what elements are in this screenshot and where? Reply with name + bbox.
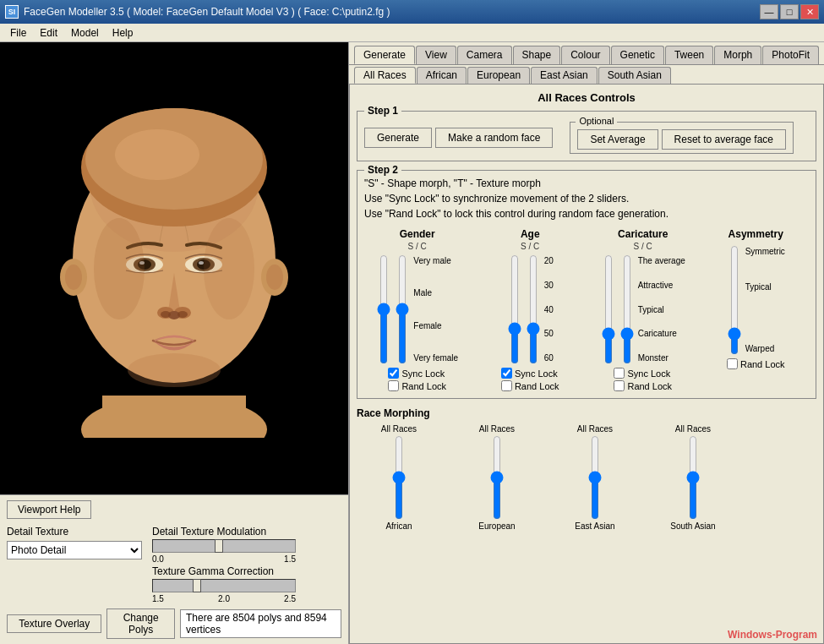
race-slider-1[interactable] [488,435,505,520]
maximize-button[interactable]: □ [780,4,799,19]
sub-tab-bar: All Races African European East Asian So… [349,64,824,84]
gender-sync-lock[interactable] [388,368,399,379]
age-label-2: 40 [544,305,554,314]
window-title: FaceGen Modeller 3.5 ( Model: FaceGen De… [24,6,390,18]
window-controls[interactable]: — □ ✕ [760,4,819,19]
gender-subtitle: S / C [408,242,427,251]
age-subtitle: S / C [521,242,539,251]
step2-info-line2: Use "Sync Lock" to synchronize movement … [364,191,809,206]
tab-view[interactable]: View [416,46,456,64]
caricature-slider-c[interactable] [619,254,635,364]
race-bottom-0: African [385,521,412,531]
step2-box: Step 2 "S" - Shape morph, "T" - Texture … [357,170,816,399]
tab-shape[interactable]: Shape [513,46,561,64]
detail-texture-mod-slider[interactable] [152,539,296,553]
caricature-rand-lock[interactable] [614,380,625,391]
svg-point-25 [128,353,221,387]
caricature-slider-s[interactable] [601,254,616,364]
race-top-3: All Races [675,424,711,434]
watermark: Windows-Program [728,629,817,641]
main-tab-bar: Generate View Camera Shape Colour Geneti… [349,42,824,64]
watermark-prefix: Windows- [728,629,776,641]
app-icon: SI [5,5,19,19]
menu-edit[interactable]: Edit [33,25,64,41]
race-bottom-1: European [478,521,515,531]
gender-slider-s[interactable] [376,254,391,364]
set-average-button[interactable]: Set Average [577,129,658,150]
step1-legend: Step 1 [364,105,401,117]
race-top-1: All Races [479,424,515,434]
caricature-sync-lock[interactable] [614,368,625,379]
age-label-4: 60 [544,353,554,363]
race-slider-all-eastasian: All Races East Asian [553,424,637,531]
sub-tab-african[interactable]: African [417,67,467,84]
caricature-slider-col: Caricature S / C The average Attractive … [590,228,696,391]
race-slider-3[interactable] [685,435,701,520]
race-top-0: All Races [381,424,417,434]
svg-point-19 [161,311,171,318]
right-panel: Generate View Camera Shape Colour Geneti… [348,42,824,644]
age-slider-col: Age S / C 20 30 40 50 60 [477,228,583,391]
age-sync-lock[interactable] [501,368,512,379]
gender-label-3: Very female [413,353,458,363]
age-rand-lock[interactable] [501,380,512,391]
step2-info-line1: "S" - Shape morph, "T" - Texture morph [364,176,809,191]
menu-bar: File Edit Model Help [0,24,824,42]
tab-genetic[interactable]: Genetic [611,46,664,64]
texture-gamma-slider[interactable] [152,579,296,592]
race-slider-0[interactable] [390,435,407,520]
sub-tab-all-races[interactable]: All Races [354,67,416,84]
gender-rand-lock[interactable] [388,380,399,391]
tab-photofit[interactable]: PhotoFit [762,46,819,64]
change-polys-button[interactable]: Change Polys [106,609,175,639]
tab-tween[interactable]: Tween [665,46,713,64]
asymmetry-slider[interactable] [727,245,742,355]
svg-point-20 [177,311,188,318]
generate-button[interactable]: Generate [364,128,432,148]
asymmetry-rand-lock[interactable] [727,358,738,369]
age-label-3: 50 [544,329,554,338]
svg-point-24 [266,265,283,290]
texture-gamma-ticks: 1.5 2.0 2.5 [152,594,296,603]
svg-point-15 [199,261,204,265]
race-morphing-section: Race Morphing All Races African All Race… [357,407,816,531]
svg-point-27 [204,218,254,319]
race-sliders-row: All Races African All Races European All… [357,424,816,531]
tab-colour[interactable]: Colour [561,46,609,64]
reset-average-button[interactable]: Reset to average face [662,129,786,150]
asymmetry-label-3: Warped [745,344,785,353]
menu-file[interactable]: File [3,25,33,41]
asymmetry-title: Asymmetry [729,228,783,240]
svg-point-22 [65,265,82,290]
asymmetry-label-0: Symmetric [745,247,785,256]
caricature-subtitle: S / C [634,242,652,251]
race-bottom-2: East Asian [575,521,614,531]
close-button[interactable]: ✕ [800,4,819,19]
sub-tab-european[interactable]: European [467,67,530,84]
race-morphing-title: Race Morphing [357,407,816,419]
face-render [35,100,314,438]
detail-texture-dropdown[interactable]: Photo Detail Texture Overlay [7,541,142,559]
gender-slider-c[interactable] [395,254,410,364]
race-slider-2[interactable] [587,435,603,520]
random-face-button[interactable]: Make a random face [435,128,553,148]
caricature-label-4: Monster [638,353,685,363]
step2-info: "S" - Shape morph, "T" - Texture morph U… [364,176,809,221]
caricature-label-0: The average [638,256,685,265]
tab-camera[interactable]: Camera [457,46,512,64]
minimize-button[interactable]: — [760,4,778,19]
menu-model[interactable]: Model [64,25,106,41]
age-slider-c[interactable] [526,254,541,364]
asymmetry-label-1: Typical [745,282,785,292]
asymmetry-slider-col: Asymmetry Symmetric Typical Warped [702,228,809,391]
menu-help[interactable]: Help [106,25,140,41]
sub-tab-east-asian[interactable]: East Asian [531,67,598,84]
viewport-help-button[interactable]: Viewport Help [7,500,91,519]
tab-generate[interactable]: Generate [354,46,415,64]
sub-tab-south-asian[interactable]: South Asian [598,67,671,84]
tab-morph[interactable]: Morph [714,46,761,64]
caricature-label-1: Attractive [638,281,685,290]
tab-content: All Races Controls Step 1 Generate Make … [349,84,824,644]
texture-overlay-button[interactable]: Texture Overlay [7,614,101,633]
age-slider-s[interactable] [507,254,522,364]
